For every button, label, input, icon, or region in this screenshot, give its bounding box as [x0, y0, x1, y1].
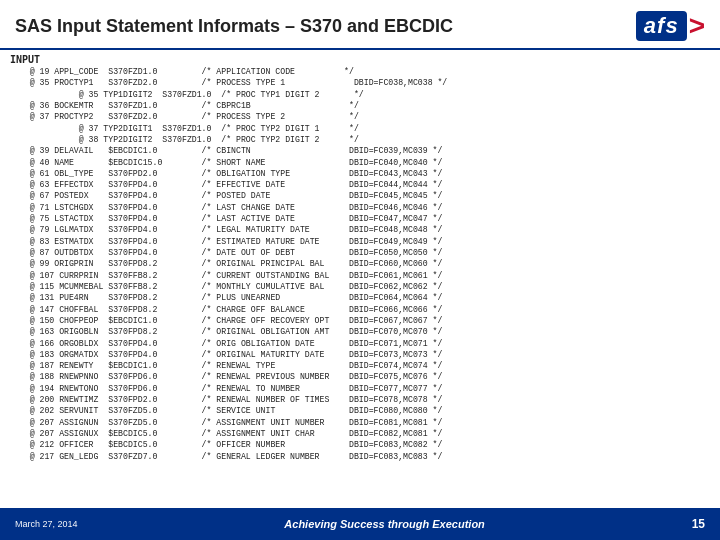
footer: March 27, 2014 Achieving Success through… [0, 508, 720, 540]
logo-box: afs [636, 11, 687, 41]
footer-tagline: Achieving Success through Execution [284, 518, 485, 530]
input-label: INPUT [10, 54, 710, 65]
code-block: @ 19 APPL_CODE S370FZD1.0 /* APPLICATION… [10, 66, 710, 462]
footer-page: 15 [692, 517, 705, 531]
footer-date: March 27, 2014 [15, 519, 78, 529]
logo-accent: > [689, 10, 705, 42]
main-content: INPUT @ 19 APPL_CODE S370FZD1.0 /* APPLI… [0, 50, 720, 510]
header: SAS Input Statement Informats – S370 and… [0, 0, 720, 50]
page-title: SAS Input Statement Informats – S370 and… [15, 16, 453, 37]
logo-container: afs > [636, 10, 705, 42]
